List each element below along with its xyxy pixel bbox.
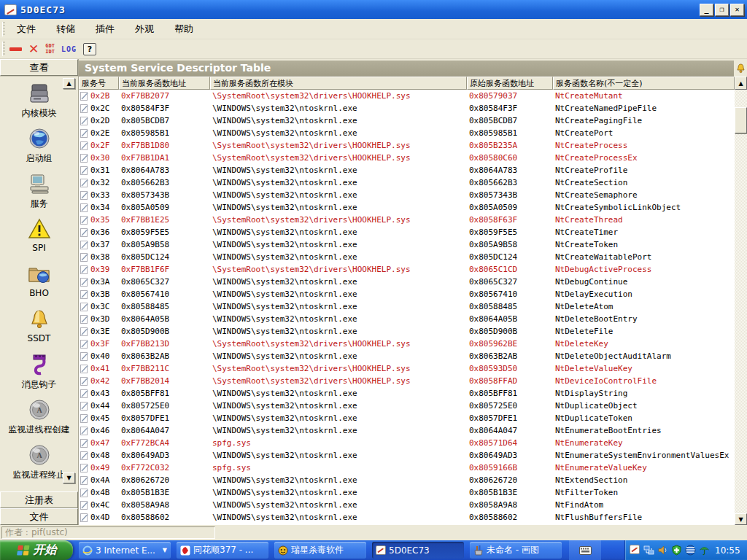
monitor-sphere-icon: A: [28, 443, 51, 467]
taskbar-button-1[interactable]: 同花顺377 - ...: [177, 542, 268, 559]
menu-item-4[interactable]: 帮助: [167, 20, 201, 38]
clock: 10:55: [715, 545, 740, 556]
table-row[interactable]: 0x350xF7BB1E25\SystemRoot\system32\drive…: [79, 214, 735, 226]
help-button[interactable]: ?: [83, 43, 96, 55]
sidebar-group-view[interactable]: 查看: [0, 59, 78, 76]
sidebar-scroll-down[interactable]: ▼: [63, 472, 75, 483]
cell-function-name: NtDeleteAtom: [553, 302, 735, 311]
sidebar-item-1[interactable]: 启动组: [0, 127, 78, 172]
table-row[interactable]: 0x440x805725E0\WINDOWS\system32\ntoskrnl…: [79, 400, 735, 412]
cell-function-name: NtDisplayString: [553, 389, 735, 398]
table-row[interactable]: 0x3B0x80567410\WINDOWS\system32\ntoskrnl…: [79, 288, 735, 300]
log-button[interactable]: LOG: [61, 45, 77, 53]
sidebar-group-file[interactable]: 文件: [0, 508, 78, 525]
table-row[interactable]: 0x3F0xF7BB213D\SystemRoot\system32\drive…: [79, 338, 735, 350]
sidebar-item-label: SPI: [32, 243, 45, 253]
sidebar-item-3[interactable]: SPI: [0, 217, 78, 262]
chevron-down-icon[interactable]: ▼: [163, 547, 167, 553]
table-row[interactable]: 0x420xF7BB2014\SystemRoot\system32\drive…: [79, 375, 735, 387]
minimize-button[interactable]: _: [700, 4, 713, 16]
page-icon[interactable]: [630, 545, 640, 556]
column-header-module[interactable]: 当前服务函数所在模块: [210, 77, 467, 90]
table-row[interactable]: 0x3E0x805D900B\WINDOWS\system32\ntoskrnl…: [79, 325, 735, 338]
table-row[interactable]: 0x4B0x805B1B3E\WINDOWS\system32\ntoskrnl…: [79, 486, 735, 499]
note-icon: [80, 513, 89, 522]
table-row[interactable]: 0x410xF7BB211C\SystemRoot\system32\drive…: [79, 362, 735, 375]
vertical-scrollbar[interactable]: ▼: [735, 90, 747, 525]
menu-item-2[interactable]: 插件: [88, 20, 122, 38]
sidebar-item-4[interactable]: BHO: [0, 262, 78, 308]
taskbar-button-4[interactable]: 未命名 - 画图: [470, 542, 562, 559]
table-row[interactable]: 0x330x8057343B\WINDOWS\system32\ntoskrnl…: [79, 189, 735, 201]
table-row[interactable]: 0x360x8059F5E5\WINDOWS\system32\ntoskrnl…: [79, 226, 735, 238]
table-row[interactable]: 0x2D0x805BCDB7\WINDOWS\system32\ntoskrnl…: [79, 114, 735, 127]
table-row[interactable]: 0x450x8057DFE1\WINDOWS\system32\ntoskrnl…: [79, 412, 735, 424]
cell-function-name: NtDeleteBootEntry: [553, 314, 735, 324]
table-row[interactable]: 0x2F0xF7BB1D80\SystemRoot\system32\drive…: [79, 139, 735, 152]
table-row[interactable]: 0x480x80649AD3\WINDOWS\system32\ntoskrnl…: [79, 449, 735, 462]
table-row[interactable]: 0x460x8064A047\WINDOWS\system32\ntoskrnl…: [79, 424, 735, 437]
column-header-original-address[interactable]: 原始服务函数地址: [467, 77, 553, 90]
monitor-sphere-icon: A: [28, 398, 51, 421]
column-header-service-id[interactable]: 服务号: [79, 77, 119, 90]
cell-function-name: NtFindAtom: [553, 500, 735, 510]
delete-button[interactable]: ✕: [28, 43, 39, 55]
sidebar-item-2[interactable]: 服务: [0, 172, 78, 217]
shield-icon[interactable]: [671, 545, 682, 556]
remove-hook-button[interactable]: [9, 47, 22, 51]
table-row[interactable]: 0x2E0x805985B1\WINDOWS\system32\ntoskrnl…: [79, 127, 735, 139]
table-row[interactable]: 0x2B0xF7BB2077\SystemRoot\system32\drive…: [79, 90, 735, 102]
striped-globe-icon[interactable]: [685, 545, 696, 556]
sidebar-item-6[interactable]: 消息钩子: [0, 353, 78, 398]
taskbar-button-0[interactable]: 3 Internet E...▼: [79, 542, 171, 559]
column-header-function-name[interactable]: 服务函数名称(不一定全): [553, 77, 735, 90]
cell-current-address: 0xF7BB2014: [119, 376, 210, 386]
table-row[interactable]: 0x470xF772BCA4spfg.sys0x80571D64NtEnumer…: [79, 437, 735, 449]
table-row[interactable]: 0x3D0x8064A05B\WINDOWS\system32\ntoskrnl…: [79, 313, 735, 325]
table-row[interactable]: 0x430x805BFF81\WINDOWS\system32\ntoskrnl…: [79, 387, 735, 400]
table-row[interactable]: 0x400x8063B2AB\WINDOWS\system32\ntoskrnl…: [79, 350, 735, 362]
taskbar-button-2[interactable]: 瑞星杀毒软件: [274, 542, 366, 559]
scrollbar-up-arrow[interactable]: ▲: [735, 77, 747, 90]
note-icon: [80, 451, 89, 460]
toolbar-grip[interactable]: [2, 42, 5, 56]
start-button[interactable]: 开始: [0, 540, 73, 560]
cell-module: \SystemRoot\system32\drivers\HOOKHELP.sy…: [210, 339, 467, 349]
menu-item-1[interactable]: 转储: [49, 20, 82, 38]
sidebar-item-7[interactable]: A监视进线程创建: [0, 398, 78, 443]
language-bar[interactable]: [569, 540, 601, 560]
taskbar-button-3[interactable]: 5D0EC73: [372, 542, 464, 559]
sidebar-item-label: 启动组: [26, 152, 53, 165]
column-header-current-address[interactable]: 当前服务函数地址: [119, 77, 210, 90]
network-icon[interactable]: [643, 545, 654, 556]
close-button[interactable]: ✕: [730, 4, 744, 16]
scrollbar-thumb[interactable]: [735, 107, 747, 133]
menu-item-3[interactable]: 外观: [128, 20, 161, 38]
table-row[interactable]: 0x380x805DC124\WINDOWS\system32\ntoskrnl…: [79, 251, 735, 263]
menu-item-0[interactable]: 文件: [9, 20, 43, 38]
table-row[interactable]: 0x340x805A0509\WINDOWS\system32\ntoskrnl…: [79, 201, 735, 214]
note-icon: [80, 427, 89, 435]
sidebar-scroll-up[interactable]: ▲: [63, 78, 75, 89]
scrollbar-down-arrow[interactable]: ▼: [735, 513, 747, 525]
table-row[interactable]: 0x300xF7BB1DA1\SystemRoot\system32\drive…: [79, 152, 735, 164]
table-row[interactable]: 0x4A0x80626720\WINDOWS\system32\ntoskrnl…: [79, 474, 735, 486]
sidebar-item-5[interactable]: SSDT: [0, 308, 78, 353]
table-row[interactable]: 0x370x805A9B58\WINDOWS\system32\ntoskrnl…: [79, 238, 735, 251]
volume-icon[interactable]: [657, 545, 668, 556]
table-row[interactable]: 0x3A0x8065C327\WINDOWS\system32\ntoskrnl…: [79, 276, 735, 288]
table-row[interactable]: 0x3C0x80588485\WINDOWS\system32\ntoskrnl…: [79, 300, 735, 313]
note-icon: [80, 290, 89, 299]
umbrella-icon[interactable]: [699, 545, 710, 556]
table-row[interactable]: 0x4C0x8058A9A8\WINDOWS\system32\ntoskrnl…: [79, 499, 735, 511]
table-row[interactable]: 0x310x8064A783\WINDOWS\system32\ntoskrnl…: [79, 164, 735, 176]
table-row[interactable]: 0x2C0x80584F3F\WINDOWS\system32\ntoskrnl…: [79, 102, 735, 114]
table-row[interactable]: 0x320x805662B3\WINDOWS\system32\ntoskrnl…: [79, 176, 735, 189]
table-row[interactable]: 0x390xF7BB1F6F\SystemRoot\system32\drive…: [79, 263, 735, 276]
sidebar-group-registry[interactable]: 注册表: [0, 491, 78, 508]
gdt-idt-button[interactable]: GDT IDT: [45, 43, 55, 55]
table-row[interactable]: 0x4D0x80588602\WINDOWS\system32\ntoskrnl…: [79, 511, 735, 524]
table-row[interactable]: 0x490xF772C032spfg.sys0x8059166BNtEnumer…: [79, 462, 735, 474]
menu-grip[interactable]: [2, 22, 5, 36]
restore-button[interactable]: ❐: [715, 4, 729, 16]
